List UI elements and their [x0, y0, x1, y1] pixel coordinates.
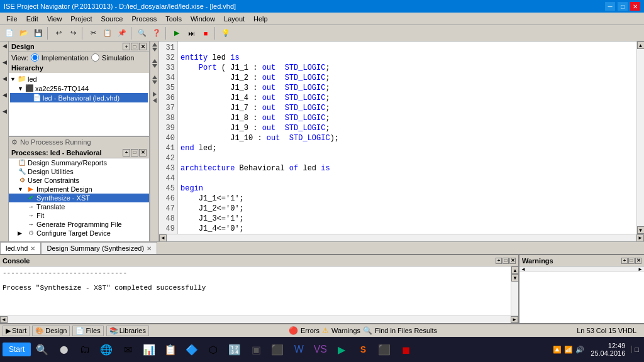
taskbar-mail[interactable]: ✉ — [118, 339, 138, 359]
menu-tools[interactable]: Tools — [162, 14, 186, 23]
tab-led-vhd[interactable]: led.vhd ✕ — [0, 242, 41, 255]
menu-file[interactable]: File — [3, 14, 21, 23]
console-hscroll-left[interactable]: ◄ — [0, 316, 8, 323]
tb-light[interactable]: 💡 — [219, 26, 233, 40]
tb-open[interactable]: 📂 — [17, 26, 31, 40]
restore-button[interactable]: □ — [618, 2, 628, 11]
tb-run[interactable]: ▶ — [170, 26, 184, 40]
menu-edit[interactable]: Edit — [23, 14, 42, 23]
taskbar-search[interactable]: 🔍 — [32, 339, 52, 359]
view-sim-radio[interactable] — [91, 53, 99, 62]
tb-cut[interactable]: ✂ — [86, 26, 100, 40]
taskbar-edge[interactable]: 🌐 — [96, 339, 116, 359]
warnings-float-button[interactable]: □ — [628, 258, 635, 264]
warn-hscroll-right[interactable]: ► — [638, 266, 643, 272]
taskbar-app8[interactable]: S — [353, 339, 373, 359]
start-button[interactable]: Start — [3, 343, 31, 356]
warnings-close-button[interactable]: ✕ — [635, 258, 641, 264]
hscroll-left[interactable]: ◄ — [159, 234, 167, 242]
tb-help[interactable]: ❓ — [150, 26, 164, 40]
menu-process[interactable]: Process — [128, 14, 160, 23]
taskbar-app7[interactable]: ▶ — [331, 339, 352, 359]
tree-item-led[interactable]: ▼ 📁 led — [10, 74, 148, 84]
tree-item-behavioral[interactable]: 📄 led - Behavioral (led.vhd) — [10, 93, 148, 102]
center-arrow-right[interactable] — [153, 92, 157, 97]
code-vscrollbar[interactable]: ▲ ▼ — [636, 41, 644, 234]
console-scroll-up[interactable]: ▲ — [511, 266, 518, 274]
close-button[interactable]: ✕ — [630, 2, 640, 11]
vscroll-down[interactable]: ▼ — [637, 226, 645, 234]
taskbar-app1[interactable]: 📊 — [139, 339, 159, 359]
taskbar-app5[interactable]: ▣ — [246, 339, 266, 359]
menu-help[interactable]: Help — [250, 14, 272, 23]
design-pin-button[interactable]: + — [123, 43, 130, 50]
hscroll-right[interactable]: ► — [636, 234, 644, 242]
proc-user-constraints[interactable]: ⚙ User Constraints — [9, 176, 149, 185]
menu-project[interactable]: Project — [67, 14, 96, 23]
design-close-button[interactable]: ✕ — [139, 43, 147, 50]
view-impl-radio[interactable] — [31, 53, 39, 62]
taskbar-app10[interactable]: ◼ — [396, 339, 416, 359]
tb-undo[interactable]: ↩ — [52, 26, 65, 40]
tb-new[interactable]: 📄 — [3, 26, 16, 40]
console-pin-button[interactable]: + — [496, 258, 502, 264]
proc-design-utilities[interactable]: 🔧 Design Utilities — [9, 167, 149, 176]
taskbar-app9[interactable]: ⬛ — [374, 339, 394, 359]
tray-show-desktop[interactable]: □ — [631, 346, 639, 353]
proc-synthesize-xst[interactable]: ✔ Synthesize - XST — [9, 194, 149, 202]
minimize-button[interactable]: ─ — [605, 2, 615, 11]
status-libraries-button[interactable]: 📚 Libraries — [106, 326, 149, 336]
tb-stop[interactable]: ■ — [199, 26, 213, 40]
design-float-button[interactable]: □ — [131, 43, 138, 50]
proc-fit[interactable]: → Fit — [9, 211, 149, 220]
warnings-hscroll[interactable]: ◄ ► — [519, 266, 644, 272]
warn-hscroll-left[interactable]: ◄ — [521, 266, 526, 272]
taskbar-app3[interactable]: 🔷 — [182, 339, 202, 359]
console-content[interactable]: ------------------------------ Process "… — [0, 266, 511, 315]
sidebar-icon-1[interactable]: ◀ — [1, 43, 8, 49]
tab-design-summary-close[interactable]: ✕ — [147, 245, 152, 252]
center-arrow-down3[interactable] — [152, 80, 157, 84]
processes-list[interactable]: 📋 Design Summary/Reports 🔧 Design Utilit… — [9, 158, 149, 242]
console-close-button[interactable]: ✕ — [509, 258, 516, 264]
tb-save[interactable]: 💾 — [31, 26, 45, 40]
menu-layout[interactable]: Layout — [220, 14, 248, 23]
proc-close-button[interactable]: ✕ — [139, 149, 147, 156]
tree-item-chip[interactable]: ▼ ⬛ xa2c256-7TQ144 — [10, 84, 148, 93]
console-hscroll-right[interactable]: ► — [511, 316, 518, 323]
sidebar-icon-4[interactable]: ◀ — [1, 92, 8, 98]
proc-gen-programming[interactable]: → Generate Programming File — [9, 220, 149, 229]
menu-source[interactable]: Source — [97, 14, 127, 23]
tb-copy[interactable]: 📋 — [101, 26, 114, 40]
taskbar-vs[interactable]: VS — [310, 339, 330, 359]
taskbar-explorer[interactable]: 🗂 — [75, 339, 95, 359]
status-design-button[interactable]: 🎨 Design — [32, 326, 70, 336]
proc-configure-target[interactable]: ▶ ⚙ Configure Target Device — [9, 229, 149, 238]
taskbar-cortana[interactable]: ⬤ — [53, 339, 74, 359]
tb-paste[interactable]: 📌 — [115, 26, 129, 40]
sidebar-icon-3[interactable]: ◀ — [1, 75, 8, 82]
console-scrollbar[interactable]: ▲ ▼ — [511, 266, 518, 315]
code-editor-content[interactable]: entity led is Port ( J1_1 : out STD_LOGI… — [178, 41, 636, 234]
tab-design-summary[interactable]: Design Summary (Synthesized) ✕ — [41, 242, 157, 255]
center-arrow-down2[interactable] — [152, 64, 157, 68]
sidebar-icon-5[interactable]: ◀ — [1, 108, 8, 114]
taskbar-app2[interactable]: 📋 — [160, 339, 180, 359]
center-arrow-up2[interactable] — [152, 59, 157, 63]
vscroll-up[interactable]: ▲ — [637, 41, 645, 49]
proc-translate[interactable]: → Translate — [9, 202, 149, 211]
menu-view[interactable]: View — [43, 14, 66, 23]
proc-pin-button[interactable]: + — [123, 149, 130, 156]
center-arrow-down[interactable] — [152, 48, 157, 52]
menu-window[interactable]: Window — [187, 14, 219, 23]
proc-design-summary[interactable]: 📋 Design Summary/Reports — [9, 158, 149, 167]
taskbar-app4[interactable]: ⬡ — [203, 339, 223, 359]
code-hscrollbar[interactable]: ◄ ► — [159, 234, 644, 241]
sidebar-icon-2[interactable]: ◀ — [1, 59, 8, 65]
center-arrow-up3[interactable] — [152, 75, 157, 79]
console-hscrollbar[interactable]: ◄ ► — [0, 315, 518, 323]
warnings-pin-button[interactable]: + — [621, 258, 628, 264]
console-float-button[interactable]: □ — [502, 258, 509, 264]
center-arrow-up[interactable] — [152, 43, 157, 47]
taskbar-calc[interactable]: 🔢 — [225, 339, 245, 359]
